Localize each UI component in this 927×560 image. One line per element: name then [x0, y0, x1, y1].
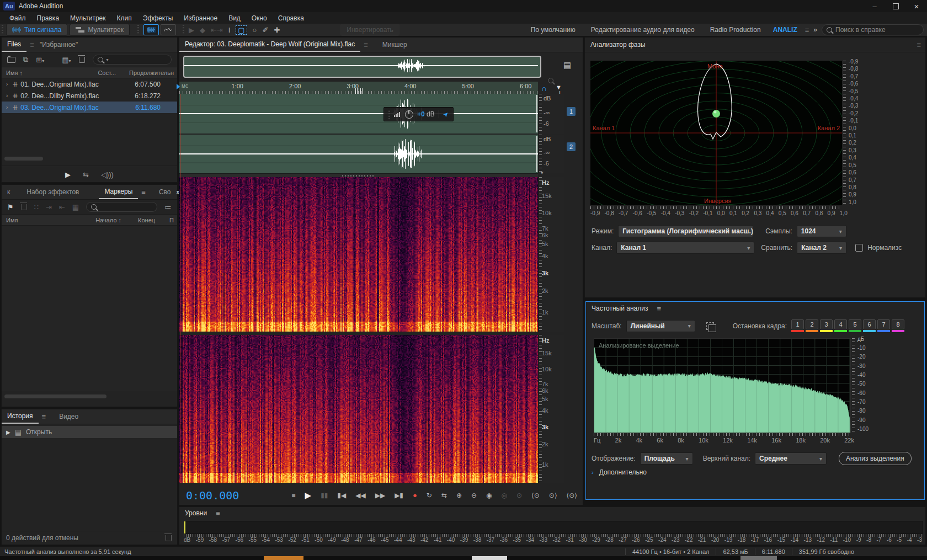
marker-pin-icon[interactable]: ▼╷: [556, 84, 562, 90]
close-button[interactable]: ×: [906, 0, 927, 12]
advanced-chevron-icon[interactable]: ›: [592, 469, 594, 476]
files-col-state[interactable]: Сост...: [98, 70, 116, 76]
help-search[interactable]: Поиск в справке: [822, 24, 924, 35]
taskbar-app-1[interactable]: [264, 556, 303, 560]
speaker-icon[interactable]: ◁))): [101, 170, 114, 179]
cti-playhead-handle[interactable]: [177, 84, 180, 89]
spectrogram-channel-1[interactable]: [179, 177, 538, 332]
taskbar-app-2[interactable]: [472, 556, 507, 560]
waveform-channel-1[interactable]: [179, 94, 538, 134]
razor-tool[interactable]: ◆: [200, 26, 205, 34]
fast-forward-button[interactable]: ▶▶: [375, 492, 385, 499]
loop-icon[interactable]: ⇆: [83, 170, 89, 179]
markers-col-name[interactable]: Имя: [2, 217, 18, 223]
phase-panel-menu-icon[interactable]: ≡: [917, 41, 921, 49]
minimize-button[interactable]: –: [864, 0, 885, 12]
menu-item[interactable]: Эффекты: [138, 14, 178, 22]
frequency-graph[interactable]: Анализированое выделение: [594, 338, 851, 433]
open-file-icon[interactable]: [7, 57, 15, 63]
loop-playback-button[interactable]: ↻: [427, 492, 432, 499]
stop-button[interactable]: ■: [291, 492, 295, 499]
workspace-edit-audio-video[interactable]: Редактирование аудио для видео: [583, 26, 702, 34]
hud-pin-icon[interactable]: ➤: [441, 109, 450, 119]
marquee-selection-tool[interactable]: ▢: [236, 25, 247, 35]
overview-zoom-reset-icon[interactable]: [548, 78, 553, 83]
editor-panel-menu-icon[interactable]: ≡: [364, 41, 368, 49]
zoom-reset-button[interactable]: ⊙: [516, 492, 522, 499]
workspace-overflow-icon[interactable]: »: [813, 26, 817, 34]
swap-cti-button[interactable]: ⇆: [441, 492, 447, 499]
files-hscrollbar[interactable]: [4, 157, 43, 161]
overview-bar[interactable]: [183, 56, 541, 78]
taskbar-app-3[interactable]: [740, 556, 777, 560]
waveform-channel-2[interactable]: [179, 135, 538, 173]
zoom-in-time-button[interactable]: ⊕: [456, 492, 462, 499]
menu-item[interactable]: Избранное: [179, 14, 222, 22]
tab-files[interactable]: Files: [2, 38, 26, 52]
history-entry[interactable]: ▶ ▤ Открыть: [2, 426, 177, 438]
time-display[interactable]: 0:00.000: [186, 489, 239, 502]
files-play-icon[interactable]: ▶: [65, 170, 71, 179]
import-file-icon[interactable]: ⧉: [23, 55, 28, 64]
zoom-out-time-button[interactable]: ⊖: [471, 492, 477, 499]
workspace-default[interactable]: По умолчанию: [523, 26, 583, 34]
markers-col-start[interactable]: Начало ↑: [95, 217, 121, 223]
hud-gain-widget[interactable]: +0 dB ➤: [383, 107, 454, 121]
compare-dropdown[interactable]: Канал 2▾: [797, 242, 846, 254]
menu-item[interactable]: Мультитрек: [65, 14, 110, 22]
markers-search[interactable]: [86, 202, 157, 212]
display-dropdown[interactable]: Площадь▾: [640, 452, 693, 465]
frame-stop-button-7[interactable]: 7: [877, 319, 890, 332]
mode-dropdown[interactable]: Гистограмма (Логарифмический масш.)▾: [618, 225, 753, 237]
spectrogram-channel-2[interactable]: [179, 335, 538, 483]
insert-multitrack-icon[interactable]: ▦▾: [62, 56, 71, 64]
spot-healing-brush-tool[interactable]: ✚: [274, 26, 280, 34]
hud-knob-icon[interactable]: [405, 110, 413, 119]
file-row[interactable]: › ⧺ 03. Dee...Original Mix).flac 6:11.68…: [2, 102, 177, 113]
zoom-selection-left-button[interactable]: ⟨⊙: [531, 492, 540, 499]
markers-hscrollbar[interactable]: [4, 394, 106, 398]
menu-item[interactable]: Справка: [273, 14, 309, 22]
channel-dropdown[interactable]: Канал 1▾: [616, 242, 754, 254]
skip-forward-button[interactable]: ▶▮: [395, 492, 403, 499]
expand-chevron-icon[interactable]: ›: [6, 81, 8, 87]
maximize-button[interactable]: [885, 0, 906, 12]
file-row[interactable]: › ⧺ 02. Dee...Dilby Remix).flac 6:18.272: [2, 90, 177, 102]
new-content-icon[interactable]: ⊞▾: [36, 56, 44, 64]
tab-history[interactable]: История: [2, 409, 39, 424]
menu-item[interactable]: Окно: [247, 14, 272, 22]
zoom-selection-right-button[interactable]: ⊙⟩: [549, 492, 557, 499]
frame-stop-button-8[interactable]: 8: [892, 319, 904, 332]
channel-2-badge[interactable]: 2: [567, 142, 576, 151]
workspace-menu-icon[interactable]: ≡: [805, 26, 809, 34]
time-selection-tool[interactable]: Ι: [228, 26, 231, 34]
workspace-analiz[interactable]: ANALIZ: [769, 26, 802, 34]
file-row[interactable]: › ⧺ 01. Dee...Original Mix).flac 6:07.50…: [2, 78, 177, 90]
spectral-view-button[interactable]: [161, 24, 176, 35]
expand-chevron-icon[interactable]: ›: [6, 93, 8, 99]
overview-list-icon[interactable]: ▤: [563, 60, 571, 70]
pause-button[interactable]: ▮▮: [321, 492, 328, 499]
frame-stop-button-2[interactable]: 2: [806, 319, 818, 332]
normalize-checkbox[interactable]: [855, 244, 863, 252]
channel-1-badge[interactable]: 1: [567, 107, 576, 116]
workspace-radio-production[interactable]: Radio Production: [702, 26, 769, 34]
marker-delete-icon[interactable]: [21, 204, 27, 210]
levels-panel-menu-icon[interactable]: ≡: [216, 509, 220, 518]
tab-editor[interactable]: Редактор: 03. Deeplomatik - Deep Wolf (O…: [179, 38, 360, 52]
frame-stop-button-5[interactable]: 5: [849, 319, 861, 332]
samples-dropdown[interactable]: 1024▾: [797, 225, 846, 237]
snap-icon[interactable]: ∩: [541, 84, 547, 93]
freq-scale-dropdown[interactable]: Линейный▾: [626, 320, 695, 332]
markers-panel-menu-icon[interactable]: ≡: [141, 188, 146, 196]
advanced-label[interactable]: Дополнительно: [599, 468, 647, 476]
zoom-in-selection-button[interactable]: ◉: [486, 492, 492, 499]
add-marker-icon[interactable]: ⚑: [7, 203, 14, 211]
tab-misc[interactable]: к: [2, 185, 15, 199]
files-search[interactable]: ▾: [93, 55, 172, 65]
tab-markers[interactable]: Маркеры: [99, 185, 138, 199]
tab-levels[interactable]: Уровни: [179, 506, 212, 520]
waveform-view-button[interactable]: [143, 24, 159, 35]
tab-video[interactable]: Видео: [54, 410, 84, 423]
lasso-selection-tool[interactable]: ○: [253, 26, 257, 34]
